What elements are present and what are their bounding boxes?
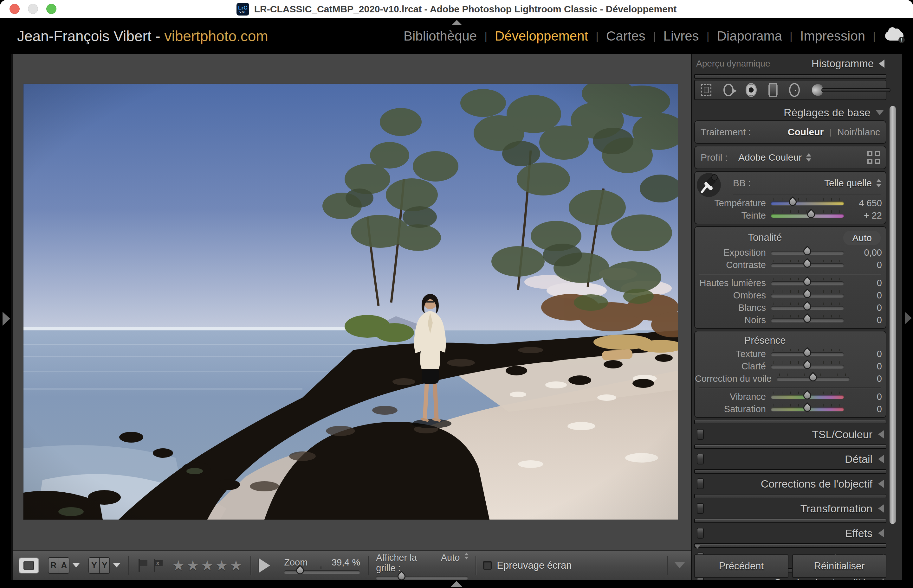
section-toggle-switch[interactable]	[697, 429, 704, 440]
tint-slider[interactable]	[771, 214, 844, 218]
section-disclosure-icon[interactable]	[878, 504, 884, 513]
loupe-view-button[interactable]	[19, 557, 39, 573]
adjustment-brush-icon[interactable]	[812, 83, 879, 97]
exposure-slider[interactable]	[771, 251, 844, 255]
before-view-cell[interactable]: Y	[89, 558, 99, 573]
blacks-thumb[interactable]	[802, 313, 813, 324]
toolbar-options-icon[interactable]	[675, 562, 685, 569]
module-cartes[interactable]: Cartes	[606, 29, 646, 44]
saturation-slider[interactable]	[771, 407, 844, 411]
reset-button[interactable]: Réinitialiser	[792, 554, 886, 578]
panel-section-effets[interactable]: Effets	[694, 524, 886, 543]
reject-flag-icon[interactable]: x	[153, 559, 163, 572]
saturation-thumb[interactable]	[802, 402, 813, 413]
panel-section-corrections-objectif[interactable]: Corrections de l'objectif	[694, 474, 886, 493]
zoom-slider[interactable]	[284, 570, 360, 574]
sync-cloud-icon[interactable]: !	[885, 29, 905, 43]
reveal-left-panel-icon[interactable]	[3, 312, 10, 326]
close-button[interactable]	[10, 4, 19, 14]
clarity-slider[interactable]	[771, 365, 844, 368]
contrast-slider[interactable]	[771, 263, 844, 267]
module-diaporama[interactable]: Diaporama	[717, 29, 782, 44]
minimize-button[interactable]	[28, 4, 38, 14]
wb-value-dropdown[interactable]: Telle quelle	[824, 178, 872, 189]
panel-scrollbar[interactable]	[890, 106, 896, 524]
module-impression[interactable]: Impression	[800, 29, 865, 44]
section-disclosure-icon[interactable]	[878, 455, 884, 463]
grid-stepper-icon[interactable]	[464, 552, 468, 560]
wb-stepper-icon[interactable]	[876, 178, 881, 188]
profile-stepper-icon[interactable]	[806, 153, 811, 162]
module-livres[interactable]: Livres	[664, 29, 699, 44]
shadows-thumb[interactable]	[802, 288, 813, 299]
whites-thumb[interactable]	[802, 300, 813, 312]
star-icon[interactable]: ★	[186, 559, 199, 572]
soft-proof-checkbox[interactable]	[483, 561, 492, 570]
exposure-thumb[interactable]	[802, 246, 813, 257]
texture-slider[interactable]	[771, 352, 844, 356]
red-eye-icon[interactable]	[746, 83, 757, 97]
module-bibliotheque[interactable]: Bibliothèque	[403, 29, 477, 44]
histogram-header[interactable]: Aperçu dynamique Histogramme	[694, 54, 886, 73]
graduated-filter-icon[interactable]	[769, 83, 777, 97]
profile-browser-icon[interactable]	[867, 151, 880, 164]
profile-value-dropdown[interactable]: Adobe Couleur	[738, 152, 802, 163]
section-toggle-switch[interactable]	[697, 478, 704, 489]
grid-opacity-slider[interactable]	[376, 576, 468, 580]
reveal-filmstrip-icon[interactable]	[451, 581, 462, 587]
temperature-thumb[interactable]	[787, 196, 798, 207]
star-rating[interactable]: ★ ★ ★ ★ ★	[172, 559, 242, 572]
panel-section-transformation[interactable]: Transformation	[694, 499, 886, 518]
reference-view-cell[interactable]: R	[49, 558, 59, 573]
section-disclosure-icon[interactable]	[878, 480, 884, 488]
reference-view-dropdown-icon[interactable]	[73, 563, 79, 567]
vibrance-thumb[interactable]	[802, 390, 813, 401]
texture-thumb[interactable]	[802, 347, 813, 358]
temperature-slider[interactable]	[771, 202, 844, 205]
reveal-right-panel-icon[interactable]	[905, 312, 912, 325]
pick-flag-icon[interactable]	[138, 559, 147, 572]
before-after-view-button[interactable]: Y Y	[89, 557, 110, 574]
star-icon[interactable]: ★	[172, 559, 185, 572]
basic-panel-header[interactable]: Réglages de base	[694, 105, 886, 120]
histogram-collapse-icon[interactable]	[879, 60, 884, 68]
highlights-thumb[interactable]	[802, 276, 813, 287]
collapse-top-panel-icon[interactable]	[452, 20, 462, 25]
panel-section-detail[interactable]: Détail	[694, 449, 886, 468]
radial-filter-icon[interactable]	[789, 83, 800, 97]
crop-overlay-icon[interactable]	[701, 84, 711, 96]
section-disclosure-icon[interactable]	[878, 430, 884, 438]
identity-plate[interactable]: Jean-François Vibert - vibertphoto.com	[17, 27, 268, 45]
star-icon[interactable]: ★	[230, 559, 242, 572]
active-view-cell[interactable]: A	[59, 558, 69, 573]
dehaze-thumb[interactable]	[808, 372, 819, 383]
reference-active-view-button[interactable]: R A	[48, 557, 70, 574]
treatment-bw-option[interactable]: Noir/blanc	[837, 127, 880, 137]
star-icon[interactable]: ★	[215, 559, 228, 572]
dehaze-slider[interactable]	[777, 377, 850, 381]
shadows-slider[interactable]	[771, 294, 844, 297]
clarity-thumb[interactable]	[802, 359, 813, 370]
blacks-slider[interactable]	[771, 318, 844, 322]
wb-eyedropper-icon[interactable]	[698, 172, 720, 194]
module-developpement[interactable]: Développement	[495, 29, 588, 44]
slideshow-play-icon[interactable]	[259, 559, 270, 572]
star-icon[interactable]: ★	[201, 559, 213, 572]
after-view-cell[interactable]: Y	[99, 558, 109, 573]
spot-removal-icon[interactable]	[724, 84, 733, 96]
contrast-thumb[interactable]	[802, 258, 813, 269]
tint-thumb[interactable]	[805, 208, 816, 220]
whites-slider[interactable]	[771, 306, 844, 310]
basic-panel-disclosure-icon[interactable]	[876, 110, 884, 115]
treatment-color-option[interactable]: Couleur	[788, 127, 824, 137]
highlights-slider[interactable]	[771, 281, 844, 285]
photo-beach-portrait[interactable]	[23, 84, 678, 520]
section-toggle-switch[interactable]	[697, 528, 704, 539]
zoom-window-button[interactable]	[46, 4, 57, 14]
auto-tone-button[interactable]: Auto	[843, 231, 881, 245]
histogram-collapsed-strip[interactable]	[694, 74, 886, 79]
panel-section-tsl-couleur[interactable]: TSL/Couleur	[694, 425, 886, 444]
grid-value-dropdown[interactable]: Auto	[441, 552, 460, 563]
before-after-dropdown-icon[interactable]	[113, 563, 120, 567]
section-disclosure-icon[interactable]	[878, 529, 884, 537]
